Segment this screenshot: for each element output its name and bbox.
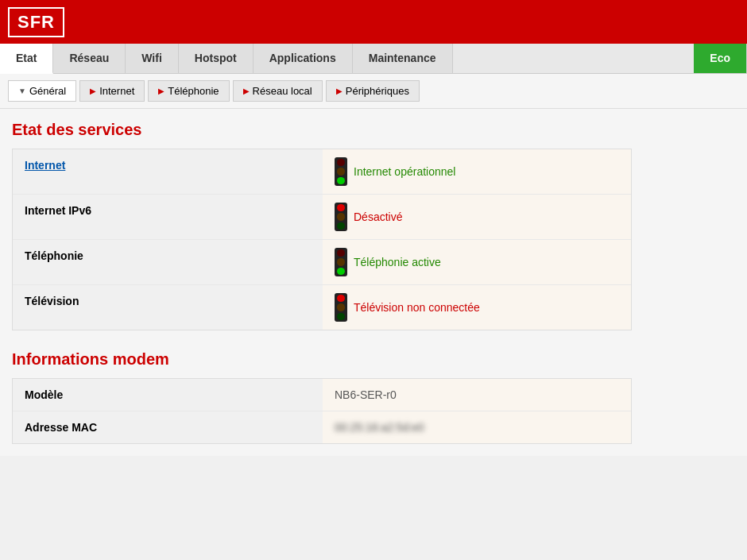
light-orange-internet (337, 168, 345, 175)
nav-tab-reseau[interactable]: Réseau (53, 44, 126, 73)
status-text-telephonie: Téléphonie active (354, 256, 441, 268)
service-status-internet: Internet opérationnel (323, 149, 631, 194)
service-status-telephonie: Téléphonie active (323, 240, 631, 284)
nav-tab-applications[interactable]: Applications (254, 44, 353, 73)
sub-tab-arrow-peripheriques: ▶ (336, 87, 343, 95)
sub-tab-label-general: Général (29, 85, 66, 97)
light-green-telephonie (337, 268, 345, 275)
status-text-television: Télévision non connectée (354, 301, 480, 314)
modem-table: Modèle NB6-SER-r0 Adresse MAC 00:25:16:a… (12, 378, 632, 444)
service-status-ipv6: Désactivé (323, 195, 631, 239)
sub-tab-arrow-reseau-local: ▶ (243, 87, 250, 95)
main-nav: Etat Réseau Wifi Hotspot Applications Ma… (0, 44, 747, 74)
light-orange-television (337, 303, 345, 311)
sub-tab-peripheriques[interactable]: ▶ Périphériques (326, 80, 420, 102)
status-text-ipv6: Désactivé (354, 210, 402, 223)
light-red-telephonie (337, 249, 345, 257)
sub-tab-label-peripheriques: Périphériques (346, 85, 409, 97)
sub-tab-label-telephonie: Téléphonie (168, 85, 219, 97)
modem-model-value: NB6-SER-r0 (323, 379, 631, 411)
service-name-television: Télévision (13, 285, 323, 330)
nav-tab-etat[interactable]: Etat (0, 44, 53, 74)
modem-model-label: Modèle (13, 379, 323, 411)
traffic-light-internet (335, 157, 347, 186)
sub-nav: ▼ Général ▶ Internet ▶ Téléphonie ▶ Rése… (0, 74, 747, 109)
sub-tab-label-internet: Internet (99, 85, 134, 97)
table-row: Internet IPv6 Désactivé (13, 195, 631, 240)
table-row: Modèle NB6-SER-r0 (13, 379, 631, 411)
traffic-light-ipv6 (335, 203, 347, 231)
sub-tab-internet[interactable]: ▶ Internet (79, 80, 145, 102)
table-row: Télévision Télévision non connectée (13, 285, 631, 330)
sub-tab-arrow-internet: ▶ (90, 87, 96, 95)
modem-title: Informations modem (12, 350, 735, 369)
services-title: Etat des services (12, 121, 735, 139)
light-orange-telephonie (337, 258, 345, 265)
service-name-internet: Internet (13, 149, 323, 194)
nav-tab-wifi[interactable]: Wifi (126, 44, 179, 73)
light-green-ipv6 (337, 222, 345, 230)
service-name-ipv6: Internet IPv6 (13, 195, 323, 239)
nav-tab-maintenance[interactable]: Maintenance (353, 44, 453, 73)
internet-link[interactable]: Internet (25, 159, 65, 172)
light-green-internet (337, 177, 345, 184)
table-row: Internet Internet opérationnel (13, 149, 631, 195)
sub-tab-reseau-local[interactable]: ▶ Réseau local (233, 80, 323, 102)
light-red-television (337, 295, 345, 302)
sfr-logo: SFR (8, 7, 64, 37)
table-row: Adresse MAC 00:25:16:a2:5d:e0 (13, 411, 631, 443)
sub-tab-telephonie[interactable]: ▶ Téléphonie (148, 80, 229, 102)
light-red-internet (337, 159, 345, 166)
sub-tab-label-reseau-local: Réseau local (253, 85, 312, 97)
status-text-internet: Internet opérationnel (354, 165, 455, 178)
header: SFR (0, 0, 747, 44)
main-content: Etat des services Internet Internet opér… (0, 109, 747, 456)
traffic-light-television (335, 293, 347, 322)
modem-mac-hidden: 16:a2:5d:e0 (366, 421, 424, 434)
sub-tab-arrow-telephonie: ▶ (158, 87, 164, 95)
nav-tab-eco[interactable]: Eco (694, 44, 747, 73)
table-row: Téléphonie Téléphonie active (13, 240, 631, 285)
service-status-television: Télévision non connectée (323, 285, 631, 330)
modem-mac-visible: 00:25: (335, 421, 366, 434)
services-table: Internet Internet opérationnel Internet … (12, 149, 632, 330)
sub-tab-arrow-general: ▼ (18, 87, 26, 95)
light-orange-ipv6 (337, 213, 345, 220)
traffic-light-telephonie (335, 248, 347, 276)
modem-mac-label: Adresse MAC (13, 411, 323, 443)
nav-tab-hotspot[interactable]: Hotspot (179, 44, 254, 73)
light-red-ipv6 (337, 204, 345, 211)
sub-tab-general[interactable]: ▼ Général (8, 80, 76, 102)
service-name-telephonie: Téléphonie (13, 240, 323, 284)
modem-mac-value: 00:25:16:a2:5d:e0 (323, 411, 631, 443)
light-green-television (337, 313, 345, 320)
